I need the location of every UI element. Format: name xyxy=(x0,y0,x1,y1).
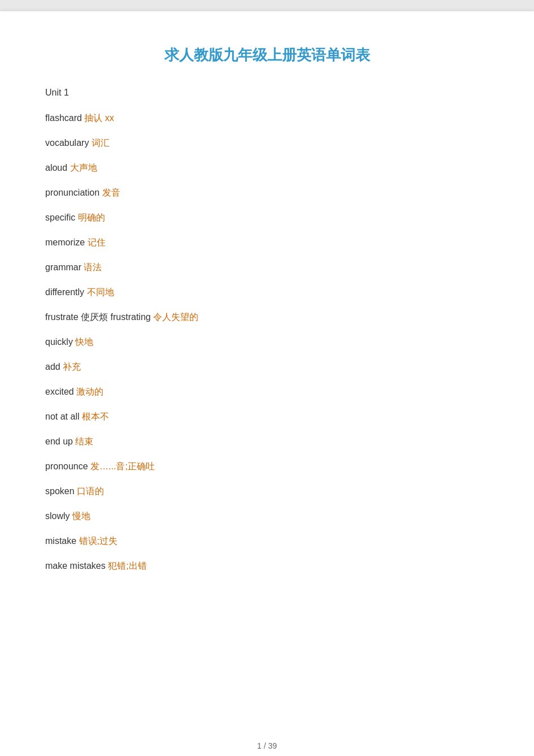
vocab-item: quickly 快地 xyxy=(45,335,489,349)
vocab-english: add xyxy=(45,362,63,371)
vocab-item: not at all 根本不 xyxy=(45,410,489,424)
vocab-english: grammar xyxy=(45,262,84,272)
vocab-item: differently 不同地 xyxy=(45,286,489,299)
vocab-item: frustrate 使厌烦 frustrating 令人失望的 xyxy=(45,310,489,324)
vocab-english: frustrate 使厌烦 frustrating xyxy=(45,312,153,322)
vocab-chinese: 不同地 xyxy=(87,287,114,297)
vocab-english: vocabulary xyxy=(45,138,92,148)
vocab-item: specific 明确的 xyxy=(45,211,489,224)
vocab-chinese: 补充 xyxy=(63,362,81,371)
unit-label: Unit 1 xyxy=(45,88,489,98)
vocab-chinese: 口语的 xyxy=(77,486,104,496)
vocab-list: flashcard 抽认 xxvocabulary 词汇aloud 大声地pro… xyxy=(45,111,489,573)
vocab-english: spoken xyxy=(45,486,77,496)
vocab-item: mistake 错误;过失 xyxy=(45,534,489,548)
vocab-chinese: 激动的 xyxy=(76,387,103,396)
vocab-english: make mistakes xyxy=(45,561,108,571)
page-title: 求人教版九年级上册英语单词表 xyxy=(45,45,489,65)
vocab-english: not at all xyxy=(45,412,82,421)
vocab-item: excited 激动的 xyxy=(45,385,489,399)
vocab-chinese: 令人失望的 xyxy=(153,312,198,322)
vocab-item: add 补充 xyxy=(45,360,489,374)
page-container: 求人教版九年级上册英语单词表 Unit 1 flashcard 抽认 xxvoc… xyxy=(0,11,534,756)
vocab-chinese: 发…...音;正确吐 xyxy=(90,461,155,471)
vocab-english: differently xyxy=(45,287,87,297)
vocab-english: end up xyxy=(45,437,75,446)
vocab-item: spoken 口语的 xyxy=(45,485,489,498)
vocab-chinese: 明确的 xyxy=(78,213,105,222)
vocab-item: grammar 语法 xyxy=(45,261,489,274)
page-footer: 1 / 39 xyxy=(0,741,534,750)
vocab-chinese: 犯错;出错 xyxy=(108,561,146,571)
vocab-chinese: 发音 xyxy=(102,188,120,197)
vocab-item: make mistakes 犯错;出错 xyxy=(45,559,489,573)
vocab-english: memorize xyxy=(45,237,88,247)
vocab-chinese: 慢地 xyxy=(72,511,90,521)
vocab-chinese: 记住 xyxy=(88,237,106,247)
vocab-item: vocabulary 词汇 xyxy=(45,136,489,150)
vocab-english: quickly xyxy=(45,337,75,347)
vocab-chinese: 结束 xyxy=(75,437,93,446)
vocab-item: flashcard 抽认 xx xyxy=(45,111,489,125)
vocab-item: memorize 记住 xyxy=(45,236,489,249)
vocab-english: aloud xyxy=(45,163,70,172)
vocab-english: pronounce xyxy=(45,461,90,471)
vocab-chinese: 词汇 xyxy=(92,138,110,148)
vocab-chinese: 根本不 xyxy=(82,412,109,421)
vocab-english: flashcard xyxy=(45,113,84,123)
vocab-chinese: 大声地 xyxy=(70,163,97,172)
vocab-chinese: 错误;过失 xyxy=(79,536,118,546)
vocab-english: pronunciation xyxy=(45,188,102,197)
vocab-english: slowly xyxy=(45,511,72,521)
vocab-chinese: 抽认 xx xyxy=(84,113,114,123)
vocab-english: mistake xyxy=(45,536,79,546)
vocab-item: pronounce 发…...音;正确吐 xyxy=(45,460,489,473)
vocab-item: end up 结束 xyxy=(45,435,489,448)
vocab-chinese: 语法 xyxy=(84,262,102,272)
vocab-english: excited xyxy=(45,387,76,396)
vocab-item: slowly 慢地 xyxy=(45,509,489,523)
vocab-english: specific xyxy=(45,213,78,222)
vocab-item: pronunciation 发音 xyxy=(45,186,489,200)
vocab-item: aloud 大声地 xyxy=(45,161,489,175)
vocab-chinese: 快地 xyxy=(75,337,93,347)
